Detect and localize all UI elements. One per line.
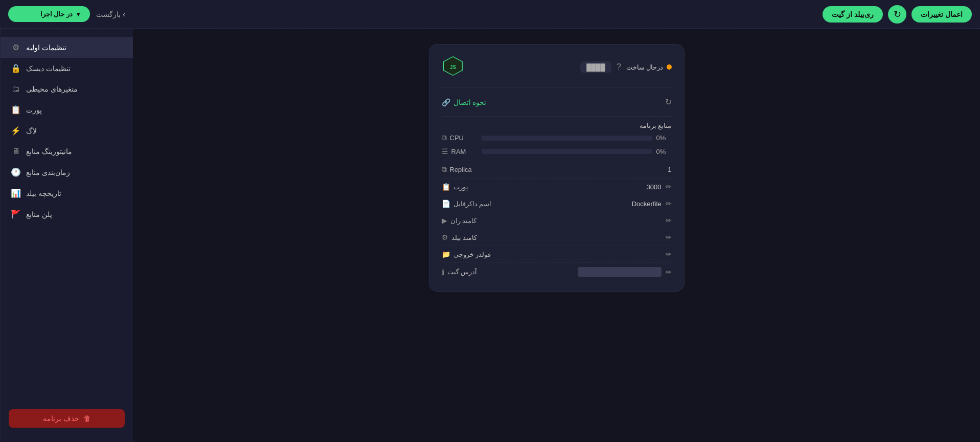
sidebar-label-disk: تنظیمات دیسک <box>26 64 71 73</box>
refresh-icon: ↻ <box>894 9 901 20</box>
sidebar-item-env[interactable]: متغیرهای محیطی 🗂 <box>1 79 133 99</box>
sidebar-item-basic[interactable]: تنظیمات اولیه ⚙ <box>1 37 133 58</box>
sidebar-item-resource-monitor[interactable]: مانیتورینگ منابع 🖥 <box>1 141 133 162</box>
port-label: پورت <box>453 183 468 191</box>
run-icon: ▶ <box>442 216 447 225</box>
sidebar-label-build-history: تاریخچه بیلد <box>26 189 61 197</box>
port-value: 3000 <box>647 183 662 191</box>
ram-progress-container <box>482 149 652 154</box>
connection-row: ↻ نحوه اتصال 🔗 <box>442 93 672 111</box>
rebuild-button[interactable]: ری‌بیلد از گیت <box>823 6 883 23</box>
settings-icon: ⚙ <box>11 42 21 52</box>
port-label-area: پورت 📋 <box>442 183 468 191</box>
run-cmd-edit-icon[interactable]: ✏ <box>666 216 672 225</box>
refresh-button[interactable]: ↻ <box>888 5 906 24</box>
card-separator-2 <box>442 116 672 117</box>
help-icon[interactable]: ? <box>617 62 621 72</box>
apply-changes-button[interactable]: اعمال تغییرات <box>911 6 972 23</box>
git-info-icon[interactable]: ℹ <box>442 268 444 276</box>
folder-icon: 🗂 <box>11 84 21 94</box>
cpu-copy-icon[interactable]: ⧉ <box>442 134 447 142</box>
cpu-progress-container <box>482 136 652 141</box>
sidebar-item-resource-plan[interactable]: پلن منابع 🚩 <box>1 204 133 225</box>
card-header: درحال ساخت ? ████ JS <box>442 55 672 79</box>
back-button[interactable]: › بازگشت <box>96 10 125 19</box>
sidebar-item-port[interactable]: پورت 📋 <box>1 99 133 120</box>
run-cmd-row: ✏ کامند ران ▶ <box>442 212 672 229</box>
delete-app-button[interactable]: 🗑 حذف برنامه <box>9 409 125 428</box>
replica-value: 1 <box>668 166 671 173</box>
ram-icon: ☰ <box>442 147 448 156</box>
sidebar-item-disk[interactable]: تنظیمات دیسک 🔒 <box>1 58 133 79</box>
app-name-badge: ████ <box>580 61 611 73</box>
resources-header: منابع برنامه <box>442 122 672 129</box>
dockerfile-row: ✏ Dockerfile اسم داکرفایل 📄 <box>442 195 672 212</box>
clock-icon: 🕐 <box>11 167 21 177</box>
bolt-icon: ⚡ <box>11 126 21 136</box>
build-cmd-row: ✏ کامند بیلد ⚙ <box>442 229 672 246</box>
monitor-icon: 🖥 <box>11 147 21 156</box>
card-separator-1 <box>442 87 672 88</box>
toolbar: اعمال تغییرات ↻ ری‌بیلد از گیت › بازگشت … <box>0 0 980 29</box>
chevron-down-icon: ▾ <box>77 11 80 18</box>
git-address-label: آدرس گیت <box>447 268 477 276</box>
git-edit-icon[interactable]: ✏ <box>666 268 672 276</box>
sidebar-item-log[interactable]: لاگ ⚡ <box>1 120 133 141</box>
folder-icon: 📁 <box>442 250 450 258</box>
dockerfile-value-area: ✏ Dockerfile <box>632 200 672 208</box>
clipboard-icon: 📋 <box>11 105 21 115</box>
main-layout: درحال ساخت ? ████ JS ↻ نحوه ا <box>0 29 980 442</box>
connection-refresh-icon[interactable]: ↻ <box>665 97 672 107</box>
connection-link[interactable]: نحوه اتصال 🔗 <box>442 98 487 106</box>
ram-percent: 0% <box>656 148 672 156</box>
status-label: در حال اجرا <box>40 10 73 18</box>
sidebar: تنظیمات اولیه ⚙ تنظیمات دیسک 🔒 متغیرهای … <box>0 29 133 442</box>
build-cmd-label: کامند بیلد <box>451 234 477 241</box>
sidebar-label-env: متغیرهای محیطی <box>26 85 78 93</box>
sidebar-label-resource-plan: پلن منابع <box>26 210 52 218</box>
cpu-label-group: CPU ⧉ <box>442 134 477 142</box>
ram-label-group: RAM ☰ <box>442 147 477 156</box>
git-address-value-area: ✏ ████████████████ <box>578 267 671 277</box>
replica-icon: ⧉ <box>442 165 447 174</box>
status-badge: درحال ساخت <box>626 63 672 71</box>
dockerfile-icon: 📄 <box>442 200 450 208</box>
dockerfile-label: اسم داکرفایل <box>453 200 492 208</box>
build-cmd-value-area: ✏ <box>666 233 672 241</box>
nodejs-logo: JS <box>442 55 464 79</box>
sidebar-item-schedule[interactable]: زمان‌بندی منابع 🕐 <box>1 162 133 183</box>
ram-label: RAM <box>451 148 466 156</box>
sidebar-label-schedule: زمان‌بندی منابع <box>26 168 70 176</box>
port-edit-icon[interactable]: ✏ <box>666 183 672 191</box>
chart-icon: 📊 <box>11 188 21 198</box>
replica-row: 1 Replica ⧉ <box>442 161 672 178</box>
git-address-label-area: آدرس گیت ℹ <box>442 268 477 276</box>
back-label: بازگشت <box>96 10 121 18</box>
app-card: درحال ساخت ? ████ JS ↻ نحوه ا <box>429 44 685 292</box>
content-area: درحال ساخت ? ████ JS ↻ نحوه ا <box>133 29 980 442</box>
dockerfile-label-area: اسم داکرفایل 📄 <box>442 200 492 208</box>
status-button[interactable]: ▾ در حال اجرا <box>8 6 90 22</box>
ram-resource-row: 0% RAM ☰ <box>442 147 672 156</box>
output-folder-edit-icon[interactable]: ✏ <box>666 250 672 258</box>
output-folder-row: ✏ فولدر خروجی 📁 <box>442 246 672 262</box>
dockerfile-edit-icon[interactable]: ✏ <box>666 200 672 208</box>
git-address-value: ████████████████ <box>578 267 661 277</box>
flag-icon: 🚩 <box>11 209 21 219</box>
replica-value-area: 1 <box>668 166 671 173</box>
cpu-percent: 0% <box>656 134 672 142</box>
sidebar-label-port: پورت <box>26 106 42 114</box>
sidebar-label-log: لاگ <box>26 127 37 135</box>
run-cmd-label: کامند ران <box>450 217 477 225</box>
sidebar-item-build-history[interactable]: تاریخچه بیلد 📊 <box>1 183 133 204</box>
build-cmd-label-area: کامند بیلد ⚙ <box>442 233 477 241</box>
build-icon: ⚙ <box>442 233 448 241</box>
port-row: ✏ 3000 پورت 📋 <box>442 178 672 195</box>
replica-label-area: Replica ⧉ <box>442 165 472 174</box>
toolbar-right: › بازگشت ▾ در حال اجرا <box>8 6 125 22</box>
build-cmd-edit-icon[interactable]: ✏ <box>666 233 672 241</box>
port-icon: 📋 <box>442 183 450 191</box>
chevron-right-icon: › <box>123 10 125 19</box>
run-cmd-value-area: ✏ <box>666 216 672 225</box>
sidebar-bottom: 🗑 حذف برنامه <box>1 403 133 434</box>
